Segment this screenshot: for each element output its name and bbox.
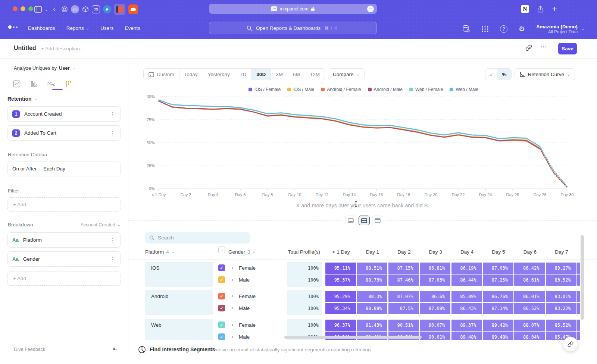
layout-chart-only-button[interactable] <box>345 216 356 225</box>
retention-cell[interactable]: 86.43% <box>451 303 482 314</box>
extension-active-icon[interactable] <box>114 4 125 15</box>
sidebar-toggle-icon[interactable] <box>34 6 42 13</box>
retention-cell[interactable]: 86.52% <box>514 303 545 314</box>
retention-cell[interactable]: 88.07% <box>514 320 545 331</box>
retention-cell[interactable]: 88.88% <box>357 303 387 314</box>
nav-item-reports[interactable]: Reports⌄ <box>66 25 90 31</box>
breakdown-platform[interactable]: Aa Platform ⋮ <box>7 232 121 248</box>
project-switcher[interactable]: Amazonia {Demo} All Project Data ⌄ <box>536 24 585 34</box>
extension-js-icon[interactable]: JS <box>92 5 100 13</box>
range-3m[interactable]: 3M <box>271 69 288 80</box>
extension-m-icon[interactable]: m <box>71 5 79 13</box>
layout-split-button[interactable] <box>359 216 370 225</box>
range-6m[interactable]: 6M <box>288 69 305 80</box>
global-search[interactable]: Open Reports & Dashboards ⌘ + K <box>209 22 377 34</box>
retention-cell[interactable]: 88.51% <box>357 263 387 274</box>
segment-checkbox[interactable]: ✓ <box>218 333 225 340</box>
retention-cell[interactable]: 86.76% <box>483 291 513 302</box>
horizontal-scrollbar[interactable] <box>284 336 422 339</box>
find-segments-link[interactable]: Find Interesting Segments <box>150 346 215 352</box>
retention-cell[interactable]: 89.48% <box>483 332 513 340</box>
retention-cell[interactable]: 90.07% <box>420 320 450 331</box>
range-12m[interactable]: 12M <box>305 69 325 80</box>
segment-checkbox[interactable]: ✓ <box>218 276 225 283</box>
nav-item-events[interactable]: Events <box>125 25 140 31</box>
expand-row-icon[interactable]: › <box>232 305 233 311</box>
retention-cell[interactable]: 87.07% <box>388 291 419 302</box>
kebab-menu-icon[interactable]: ⋮ <box>110 256 116 262</box>
tab-insights[interactable] <box>8 79 25 89</box>
retention-cell[interactable]: 87.5% <box>388 303 419 314</box>
value-mode-number[interactable]: # <box>485 69 498 80</box>
retention-cell[interactable]: 95.29% <box>325 291 356 302</box>
retention-cell[interactable]: 83.27% <box>546 263 576 274</box>
retention-cell[interactable]: 90.01% <box>420 332 450 340</box>
retention-criteria[interactable]: On or After Each Day <box>7 161 121 176</box>
retention-chart[interactable]: 0%25%50%75%100%< 1 DayDay 2Day 4Day 6Day… <box>146 94 579 200</box>
retention-cell[interactable]: 86.42% <box>514 263 545 274</box>
chevron-down-icon[interactable]: ⌄ <box>45 7 48 12</box>
mixpanel-logo[interactable] <box>8 25 18 29</box>
gender-select-all-checkbox[interactable]: – <box>218 247 225 253</box>
retention-step-1[interactable]: 1 Account Created ⋮ <box>7 106 121 122</box>
retention-cell[interactable]: 89.37% <box>451 320 482 331</box>
retention-cell[interactable]: 89.42% <box>483 320 513 331</box>
expand-row-icon[interactable]: › <box>232 322 233 327</box>
retention-cell[interactable]: 86.19% <box>451 263 482 274</box>
more-options-icon[interactable]: ⋯ <box>540 43 547 51</box>
segment-checkbox[interactable]: ✓ <box>218 305 225 311</box>
retention-cell[interactable]: 86.81% <box>420 263 450 274</box>
close-window-icon[interactable] <box>13 6 18 11</box>
retention-cell[interactable]: 88.04% <box>514 332 545 340</box>
retention-cell[interactable]: 86.61% <box>514 274 545 286</box>
share-icon[interactable] <box>537 6 544 13</box>
extension-target-icon[interactable] <box>61 6 68 13</box>
back-icon[interactable]: ‹ <box>53 6 55 13</box>
settings-gear-icon[interactable]: ⚙ <box>519 25 525 33</box>
report-title[interactable]: Untitled <box>14 45 36 51</box>
legend-item[interactable]: iOS / Male <box>287 87 314 92</box>
expand-row-icon[interactable]: › <box>232 265 233 270</box>
criteria-interval[interactable]: Each Day <box>43 166 65 172</box>
legend-item[interactable]: iOS / Female <box>249 87 281 92</box>
kebab-menu-icon[interactable]: ⋮ <box>110 130 116 136</box>
segment-checkbox[interactable]: ✓ <box>218 321 225 328</box>
retention-cell[interactable]: 87.15% <box>388 263 419 274</box>
retention-cell[interactable]: 87.08% <box>420 303 450 314</box>
minimize-window-icon[interactable] <box>21 6 25 11</box>
analyze-entity-select[interactable]: User <box>59 65 70 71</box>
nav-item-dashboards[interactable]: Dashboards <box>28 25 55 31</box>
extension-soundcloud-icon[interactable] <box>128 4 138 14</box>
table-search[interactable]: Search <box>145 232 250 244</box>
save-button[interactable]: Save <box>558 43 577 54</box>
range-custom[interactable]: Custom <box>144 69 179 80</box>
segment-checkbox[interactable]: ✓ <box>218 264 225 271</box>
compare-button[interactable]: Compare⌄ <box>328 68 365 80</box>
expand-row-icon[interactable]: › <box>232 334 233 339</box>
retention-cell[interactable]: 86.44% <box>451 274 482 286</box>
range-yesterday[interactable]: Yesterday <box>203 69 235 80</box>
chart-type-button[interactable]: Retention Curve⌄ <box>515 68 575 80</box>
retention-cell[interactable]: 86.6% <box>420 291 450 302</box>
value-mode-percent[interactable]: % <box>498 69 511 80</box>
retention-cell[interactable]: 83.22% <box>546 303 576 314</box>
window-controls[interactable] <box>13 6 33 11</box>
collapse-sidebar-icon[interactable]: ⇤ <box>113 345 118 352</box>
legend-item[interactable]: Android / Male <box>368 87 403 92</box>
extension-bird-icon[interactable] <box>103 5 111 13</box>
floating-link-button[interactable] <box>563 337 578 352</box>
copy-link-icon[interactable] <box>525 44 532 51</box>
kebab-menu-icon[interactable]: ⋮ <box>110 237 116 243</box>
layout-table-only-button[interactable] <box>372 216 383 225</box>
breakdown-gender[interactable]: Aa Gender ⋮ <box>7 251 121 267</box>
retention-cell[interactable]: 87.46% <box>388 274 419 286</box>
nav-item-users[interactable]: Users <box>100 25 113 31</box>
maximize-window-icon[interactable] <box>28 6 33 11</box>
expand-row-icon[interactable]: › <box>232 277 233 282</box>
retention-cell[interactable]: 91.43% <box>357 320 387 331</box>
vertical-scrollbar[interactable] <box>581 235 584 320</box>
range-30d[interactable]: 30D <box>251 69 271 80</box>
retention-cell[interactable]: 85.52% <box>546 320 576 331</box>
segment-checkbox[interactable]: ✓ <box>218 293 225 299</box>
add-filter-button[interactable]: + Add <box>7 197 121 212</box>
